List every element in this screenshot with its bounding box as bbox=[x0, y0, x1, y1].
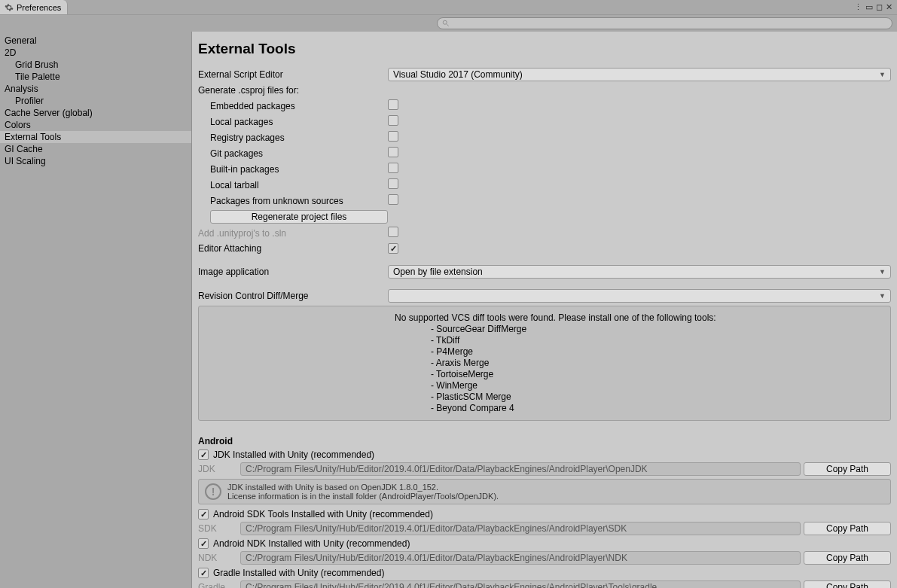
editor-attaching-label: Editor Attaching bbox=[198, 243, 388, 254]
ndk-check-label: Android NDK Installed with Unity (recomm… bbox=[213, 538, 410, 549]
add-sln-label: Add .unityproj's to .sln bbox=[198, 228, 388, 239]
csproj-item-label: Packages from unknown sources bbox=[198, 196, 388, 206]
ndk-checkbox[interactable] bbox=[198, 538, 209, 549]
ndk-label: NDK bbox=[198, 553, 237, 563]
sdk-path-input[interactable] bbox=[240, 522, 801, 535]
csproj-item-label: Embedded packages bbox=[198, 101, 388, 111]
sidebar-item-general[interactable]: General bbox=[0, 35, 191, 47]
sidebar-item-2d[interactable]: 2D bbox=[0, 47, 191, 59]
chevron-down-icon: ▼ bbox=[879, 71, 886, 78]
gradle-label: Gradle bbox=[198, 582, 237, 588]
gear-icon bbox=[5, 3, 14, 12]
sidebar-item-grid-brush[interactable]: Grid Brush bbox=[0, 59, 191, 71]
sdk-copy-button[interactable]: Copy Path bbox=[804, 522, 891, 535]
sidebar-item-external-tools[interactable]: External Tools bbox=[0, 131, 191, 143]
sidebar-item-tile-palette[interactable]: Tile Palette bbox=[0, 71, 191, 83]
page-title: External Tools bbox=[198, 41, 891, 57]
maximize-icon[interactable]: ◻ bbox=[876, 2, 883, 12]
gradle-copy-button[interactable]: Copy Path bbox=[804, 580, 891, 588]
vcs-tool-item: - TkDiff bbox=[395, 335, 881, 346]
add-sln-checkbox bbox=[388, 227, 398, 237]
chevron-down-icon: ▼ bbox=[879, 268, 886, 276]
search-icon bbox=[442, 20, 450, 27]
gradle-checkbox[interactable] bbox=[198, 568, 209, 578]
csproj-item-label: Git packages bbox=[198, 148, 388, 159]
csproj-checkbox[interactable] bbox=[388, 147, 398, 157]
jdk-check-label: JDK Installed with Unity (recommended) bbox=[213, 449, 374, 460]
sidebar-item-profiler[interactable]: Profiler bbox=[0, 95, 191, 107]
search-input[interactable] bbox=[453, 19, 887, 28]
diff-label: Revision Control Diff/Merge bbox=[198, 291, 388, 301]
vcs-tool-item: - Araxis Merge bbox=[395, 358, 881, 369]
jdk-label: JDK bbox=[198, 464, 237, 474]
csproj-checkbox[interactable] bbox=[388, 163, 398, 173]
vcs-tool-item: - WinMerge bbox=[395, 380, 881, 391]
gradle-path-input[interactable] bbox=[240, 580, 801, 588]
info-icon: ! bbox=[205, 483, 221, 500]
regenerate-button[interactable]: Regenerate project files bbox=[210, 210, 388, 224]
search-box[interactable] bbox=[437, 17, 892, 29]
csproj-checkbox[interactable] bbox=[388, 131, 398, 142]
sidebar-item-colors[interactable]: Colors bbox=[0, 119, 191, 131]
close-icon[interactable]: ✕ bbox=[886, 2, 892, 12]
main-panel: External Tools External Script Editor Vi… bbox=[192, 32, 897, 588]
menu-icon[interactable]: ⋮ bbox=[854, 2, 862, 12]
csproj-item-label: Registry packages bbox=[198, 133, 388, 143]
svg-line-1 bbox=[447, 24, 449, 26]
sidebar-item-cache-server-global-[interactable]: Cache Server (global) bbox=[0, 107, 191, 119]
sidebar-item-gi-cache[interactable]: GI Cache bbox=[0, 143, 191, 155]
vcs-notice: No supported VCS diff tools were found. … bbox=[198, 306, 891, 421]
vcs-tool-item: - SourceGear DiffMerge bbox=[395, 324, 881, 335]
csproj-item-label: Local packages bbox=[198, 117, 388, 127]
sidebar: General2DGrid BrushTile PaletteAnalysisP… bbox=[0, 32, 192, 588]
jdk-path-input[interactable] bbox=[240, 462, 801, 476]
image-app-label: Image application bbox=[198, 267, 388, 277]
preferences-tab[interactable]: Preferences bbox=[0, 0, 68, 14]
gradle-check-label: Gradle Installed with Unity (recommended… bbox=[213, 568, 384, 578]
jdk-info: ! JDK installed with Unity is based on O… bbox=[198, 479, 891, 504]
ndk-path-input[interactable] bbox=[240, 551, 801, 565]
ext-editor-dropdown[interactable]: Visual Studio 2017 (Community) ▼ bbox=[388, 68, 891, 81]
jdk-copy-button[interactable]: Copy Path bbox=[804, 462, 891, 476]
minimize-icon[interactable]: ▭ bbox=[865, 2, 873, 12]
svg-point-0 bbox=[443, 20, 447, 24]
sdk-checkbox[interactable] bbox=[198, 509, 209, 519]
jdk-checkbox[interactable] bbox=[198, 449, 209, 460]
vcs-tool-item: - TortoiseMerge bbox=[395, 369, 881, 380]
tab-title: Preferences bbox=[17, 3, 61, 12]
csproj-checkbox[interactable] bbox=[388, 99, 398, 110]
csproj-checkbox[interactable] bbox=[388, 115, 398, 126]
csproj-item-label: Built-in packages bbox=[198, 164, 388, 175]
vcs-tool-item: - P4Merge bbox=[395, 346, 881, 358]
sdk-check-label: Android SDK Tools Installed with Unity (… bbox=[213, 509, 433, 519]
chevron-down-icon: ▼ bbox=[879, 292, 886, 300]
diff-dropdown[interactable]: ▼ bbox=[388, 289, 891, 303]
image-app-dropdown[interactable]: Open by file extension ▼ bbox=[388, 265, 891, 279]
csproj-checkbox[interactable] bbox=[388, 178, 398, 189]
ext-editor-label: External Script Editor bbox=[198, 69, 388, 80]
vcs-tool-item: - Beyond Compare 4 bbox=[395, 403, 881, 414]
csproj-checkbox[interactable] bbox=[388, 194, 398, 205]
ndk-copy-button[interactable]: Copy Path bbox=[804, 551, 891, 565]
android-header: Android bbox=[198, 436, 891, 446]
csproj-header: Generate .csproj files for: bbox=[198, 85, 388, 96]
sidebar-item-analysis[interactable]: Analysis bbox=[0, 83, 191, 95]
sdk-label: SDK bbox=[198, 523, 237, 534]
vcs-tool-item: - PlasticSCM Merge bbox=[395, 391, 881, 403]
csproj-item-label: Local tarball bbox=[198, 180, 388, 190]
editor-attaching-checkbox[interactable] bbox=[388, 243, 398, 254]
sidebar-item-ui-scaling[interactable]: UI Scaling bbox=[0, 155, 191, 167]
